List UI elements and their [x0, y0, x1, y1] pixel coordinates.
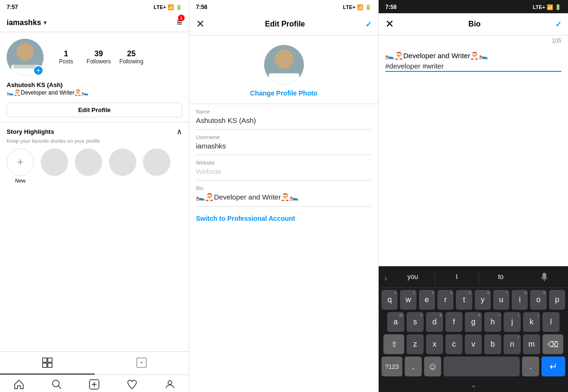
followers-label: Followers: [87, 58, 111, 65]
edit-avatar: [264, 45, 304, 85]
bio-header: ✕ Bio ✓: [379, 13, 568, 35]
key-e[interactable]: 3e: [419, 290, 435, 310]
key-u[interactable]: 7u: [493, 290, 509, 310]
key-a[interactable]: @a: [387, 312, 404, 332]
key-m[interactable]: m: [523, 334, 540, 354]
svg-line-11: [58, 386, 61, 389]
followers-stat[interactable]: 39 Followers: [86, 50, 112, 65]
key-d[interactable]: $d: [426, 312, 443, 332]
name-field[interactable]: Name Ashutosh KS (Ash): [196, 104, 372, 130]
key-s[interactable]: #s: [407, 312, 424, 332]
key-h[interactable]: =h: [484, 312, 501, 332]
key-t[interactable]: 5t: [456, 290, 472, 310]
shift-key[interactable]: ⇧: [383, 334, 404, 354]
highlight-item-1[interactable]: [41, 148, 68, 183]
key-l[interactable]: l: [542, 312, 559, 332]
nav-heart[interactable]: [113, 379, 151, 390]
key-x[interactable]: x: [426, 334, 443, 354]
bio-close-button[interactable]: ✕: [385, 18, 394, 30]
key-i[interactable]: 8i: [512, 290, 528, 310]
period-key[interactable]: .: [522, 357, 539, 376]
done-checkmark[interactable]: ✓: [365, 20, 372, 29]
notifications-button[interactable]: ≡ 1: [177, 17, 182, 28]
key-c[interactable]: c: [445, 334, 462, 354]
delete-key[interactable]: ⌫: [542, 334, 563, 354]
new-highlight-item[interactable]: + New: [7, 148, 34, 183]
key-j[interactable]: (j: [504, 312, 521, 332]
nav-home[interactable]: [0, 379, 38, 390]
suggestions-expand-icon[interactable]: ›: [381, 271, 391, 286]
add-icon: [89, 379, 100, 390]
key-w[interactable]: 2w: [400, 290, 416, 310]
bio-done-button[interactable]: ✓: [555, 20, 561, 29]
highlights-collapse-icon[interactable]: ∧: [177, 127, 182, 136]
empty-highlight-circle-3: [109, 148, 136, 176]
add-story-button[interactable]: +: [33, 65, 44, 76]
username-field[interactable]: Username iamashks: [196, 130, 372, 155]
key-y[interactable]: 6y: [475, 290, 491, 310]
tag-icon: [136, 357, 147, 368]
key-f[interactable]: -f: [445, 312, 462, 332]
suggestion-to[interactable]: to: [479, 271, 523, 286]
key-z[interactable]: z: [407, 334, 424, 354]
posts-stat[interactable]: 1 Posts: [53, 50, 79, 65]
numbers-key[interactable]: ?123: [382, 357, 402, 376]
bio-field[interactable]: Bio 🛌🎅Developer and Writer🎅🛌: [196, 181, 372, 207]
return-key[interactable]: ↵: [541, 357, 565, 376]
comma-key[interactable]: ,: [405, 357, 422, 376]
website-field[interactable]: Website Website: [196, 155, 372, 181]
edit-profile-button[interactable]: Edit Profile: [7, 103, 182, 117]
tab-grid[interactable]: [0, 352, 95, 375]
key-r[interactable]: 4r: [437, 290, 453, 310]
keyboard-chevron[interactable]: ⌄: [381, 379, 566, 390]
key-n[interactable]: ?n: [504, 334, 521, 354]
svg-point-1: [17, 44, 34, 61]
svg-rect-4: [43, 358, 47, 362]
key-g[interactable]: &g: [465, 312, 482, 332]
key-q[interactable]: 1q: [382, 290, 398, 310]
emoji-key[interactable]: ☺: [424, 357, 441, 376]
bio-value[interactable]: 🛌🎅Developer and Writer🎅🛌: [196, 193, 372, 201]
switch-professional-button[interactable]: Switch to Professional Account: [196, 215, 295, 222]
panel-bio: 7:58 LTE+ 📶 🔋 ✕ Bio ✓ 105 🛌🎅Developer an…: [379, 0, 568, 392]
key-b[interactable]: b: [484, 334, 501, 354]
status-bar-2: 7:58 LTE+ 📶 🔋: [189, 0, 378, 13]
nav-search[interactable]: [38, 379, 76, 390]
highlight-item-4[interactable]: [143, 148, 170, 183]
keyboard-row-3: ⇧ z x c v b ?n m ⌫: [382, 334, 565, 354]
key-o[interactable]: 9o: [530, 290, 546, 310]
website-placeholder[interactable]: Website: [196, 167, 372, 175]
nav-profile[interactable]: [151, 379, 189, 390]
panel-edit-profile: 7:58 LTE+ 📶 🔋 ✕ Edit Profile ✓ Change Pr…: [189, 0, 379, 392]
following-stat[interactable]: 25 Following: [118, 50, 144, 65]
bio-content-area[interactable]: 🛌🎅Developer and Writer🎅🛌 #developer #wri…: [379, 46, 568, 266]
empty-highlight-circle-1: [41, 148, 68, 176]
tab-tagged[interactable]: [95, 352, 189, 375]
nav-add[interactable]: [76, 379, 114, 390]
bio-second-line: #developer #writer: [385, 62, 561, 72]
suggestion-i[interactable]: I: [435, 271, 479, 286]
change-photo-button[interactable]: Change Profile Photo: [250, 89, 317, 97]
key-v[interactable]: v: [465, 334, 482, 354]
signal-icons-1: LTE+ 📶 🔋: [154, 4, 182, 10]
panel-profile: 7:57 LTE+ 📶 🔋 iamashks ▾ ≡ 1: [0, 0, 189, 392]
space-key[interactable]: [444, 357, 520, 376]
highlights-subtitle: Keep your favorite stories on your profi…: [7, 138, 182, 144]
keyboard-row-1: 1q 2w 3e 4r 5t 6y 7u 8i 9o p: [382, 290, 565, 310]
suggestion-you[interactable]: you: [391, 271, 435, 286]
close-button[interactable]: ✕: [196, 18, 204, 30]
highlights-row: + New: [7, 144, 182, 188]
username-display[interactable]: iamashks ▾: [7, 18, 46, 27]
highlight-item-3[interactable]: [109, 148, 136, 183]
suggestion-mic[interactable]: [523, 271, 566, 286]
username-value[interactable]: iamashks: [196, 142, 372, 150]
name-value[interactable]: Ashutosh KS (Ash): [196, 116, 372, 124]
lte-icon-2: LTE+: [343, 4, 355, 10]
key-k[interactable]: )k: [523, 312, 540, 332]
key-p[interactable]: p: [549, 290, 565, 310]
avatar-wrapper[interactable]: +: [7, 39, 44, 76]
new-highlight-circle[interactable]: +: [7, 148, 34, 176]
stats-row: 1 Posts 39 Followers 25 Following: [53, 50, 144, 65]
highlight-item-2[interactable]: [75, 148, 102, 183]
keyboard-rows: 1q 2w 3e 4r 5t 6y 7u 8i 9o p @a #s $d -f…: [381, 288, 566, 379]
